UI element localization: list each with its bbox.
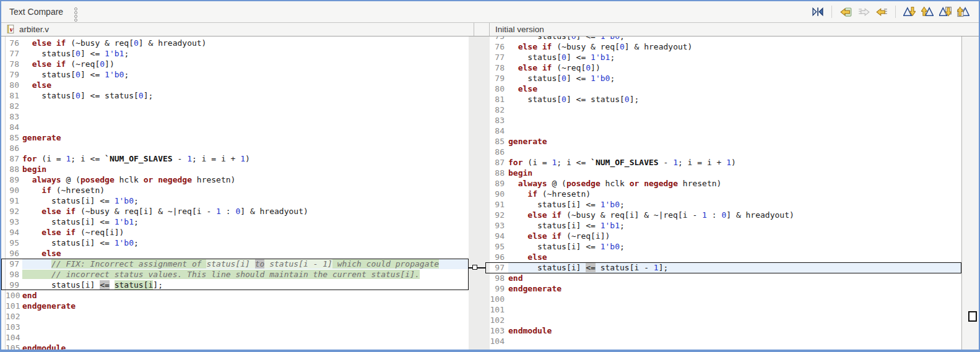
left-file-name: arbiter.v <box>19 25 49 34</box>
line-number: 92 <box>490 210 508 220</box>
code-line: 80 else <box>6 80 469 90</box>
title-bar: Text Compare <box>1 1 979 23</box>
code-line: 105endmodule <box>6 343 469 350</box>
code-line: 76 else if (~busy & req[0] & hreadyout) <box>6 38 469 48</box>
copy-all-from-right-to-left-icon[interactable] <box>839 5 852 19</box>
code-line: 94 else if (~req[i]) <box>6 227 469 238</box>
line-number: 91 <box>490 199 508 210</box>
line-number: 101 <box>490 304 508 315</box>
line-number: 92 <box>6 206 22 217</box>
text-compare-window: Text Compare <box>0 0 980 352</box>
code-line: 76 else if (~busy & req[0] & hreadyout) <box>490 41 961 52</box>
code-line: 91 status[i] <= 1'b0; <box>490 199 961 210</box>
line-number: 86 <box>6 143 22 153</box>
code-line: 86 <box>490 147 961 157</box>
code-line: 100end <box>6 290 469 301</box>
line-number: 88 <box>6 164 22 174</box>
line-number: 87 <box>490 157 508 168</box>
previous-change-icon[interactable] <box>956 5 970 19</box>
line-number: 94 <box>6 227 22 238</box>
line-number: 90 <box>6 185 22 195</box>
line-number: 91 <box>6 195 22 206</box>
line-number: 84 <box>6 122 22 132</box>
center-gutter <box>469 36 490 350</box>
code-line: 81 status[0] <= status[0]; <box>490 94 961 105</box>
code-line: 102 <box>6 311 469 322</box>
line-number: 76 <box>6 38 22 48</box>
code-line: 97 status[i] <= status[i - 1]; <box>490 262 961 273</box>
line-number: 100 <box>490 294 508 304</box>
diff-overview-marker[interactable] <box>968 311 977 322</box>
code-line: 96 else <box>490 252 961 262</box>
line-number: 80 <box>6 80 22 90</box>
header-divider <box>489 23 490 36</box>
line-number: 75 <box>490 36 508 41</box>
previous-difference-icon[interactable] <box>921 5 934 19</box>
code-line: 81 status[0] <= status[0]; <box>6 90 469 101</box>
code-line: 87for (i = 1; i <= `NUM_OF_SLAVES - 1; i… <box>6 153 469 164</box>
pane-headers: v arbiter.v Initial version <box>1 23 979 36</box>
line-number: 98 <box>6 269 22 280</box>
code-line: 101endgenerate <box>6 301 469 311</box>
line-number: 96 <box>6 248 22 259</box>
line-number: 79 <box>490 73 508 84</box>
copy-current-change-from-right-to-left-icon[interactable] <box>875 5 888 19</box>
right-pane-header: Initial version <box>495 25 544 34</box>
diff-connector-handle[interactable] <box>472 265 477 270</box>
right-editor[interactable]: 75 status[0] <= 1'b0;76 else if (~busy &… <box>490 36 961 350</box>
line-number: 89 <box>490 178 508 189</box>
line-number: 85 <box>6 132 22 143</box>
code-line: 89 always @ (posedge hclk or negedge hre… <box>6 174 469 185</box>
next-change-icon[interactable] <box>939 5 952 19</box>
code-line: 104 <box>6 332 469 343</box>
line-number: 82 <box>6 101 22 111</box>
swap-left-right-icon[interactable] <box>811 5 825 19</box>
line-number: 77 <box>490 52 508 62</box>
line-number: 99 <box>490 283 508 294</box>
line-number: 80 <box>490 84 508 94</box>
copy-current-change-from-left-to-right-icon[interactable] <box>857 5 870 19</box>
line-number: 101 <box>6 301 22 311</box>
code-line: 77 status[0] <= 1'b1; <box>6 48 469 59</box>
toolbar-separator <box>895 6 896 18</box>
left-editor[interactable]: 76 else if (~busy & req[0] & hreadyout)7… <box>6 36 469 350</box>
code-line: 98end <box>490 273 961 283</box>
code-line: 77 status[0] <= 1'b1; <box>490 52 961 62</box>
line-number: 87 <box>6 153 22 164</box>
line-number: 103 <box>490 325 508 336</box>
toolbar-separator <box>831 6 832 18</box>
line-number: 85 <box>490 136 508 147</box>
code-line: 78 else if (~req[0]) <box>490 62 961 73</box>
line-number: 97 <box>490 262 508 273</box>
code-line: 95 status[i] <= 1'b0; <box>6 238 469 248</box>
line-number: 103 <box>6 322 22 332</box>
diff-connector-line <box>469 267 486 268</box>
overview-ruler[interactable] <box>961 36 979 350</box>
line-number: 83 <box>490 115 508 126</box>
line-number: 94 <box>490 231 508 241</box>
code-line: 88begin <box>6 164 469 174</box>
code-line: 78 else if (~req[0]) <box>6 59 469 69</box>
line-number: 78 <box>490 62 508 73</box>
code-line: 90 if (~hresetn) <box>490 189 961 199</box>
code-line: 89 always @ (posedge hclk or negedge hre… <box>490 178 961 189</box>
line-number: 78 <box>6 59 22 69</box>
line-number: 95 <box>6 238 22 248</box>
code-line: 84 <box>490 126 961 136</box>
line-number: 83 <box>6 111 22 122</box>
code-line: 103 <box>6 322 469 332</box>
view-menu-dots-icon[interactable] <box>74 7 77 17</box>
line-number: 104 <box>490 336 508 346</box>
code-line: 85generate <box>490 136 961 147</box>
code-line: 79 status[0] <= 1'b0; <box>6 69 469 80</box>
code-line: 92 else if (~busy & req[i] & ~|req[i - 1… <box>6 206 469 217</box>
code-line: 88begin <box>490 168 961 178</box>
code-line: 83 <box>490 115 961 126</box>
code-line: 98 // incorrect status values. This line… <box>6 269 469 280</box>
verilog-file-icon: v <box>6 24 15 34</box>
right-code-area: 75 status[0] <= 1'b0;76 else if (~busy &… <box>490 36 961 346</box>
line-number: 105 <box>6 343 22 350</box>
next-difference-icon[interactable] <box>903 5 916 19</box>
code-line: 103endmodule <box>490 325 961 336</box>
code-line: 91 status[i] <= 1'b0; <box>6 195 469 206</box>
